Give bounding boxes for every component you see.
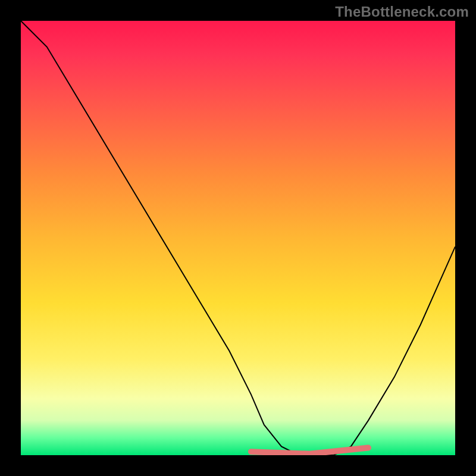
bottleneck-curve-svg xyxy=(21,21,455,455)
chart-plot-area xyxy=(21,21,455,455)
optimal-range-marker xyxy=(251,448,368,454)
bottleneck-curve xyxy=(21,21,455,455)
watermark-text: TheBottleneck.com xyxy=(335,4,469,20)
chart-frame: TheBottleneck.com xyxy=(0,0,476,476)
